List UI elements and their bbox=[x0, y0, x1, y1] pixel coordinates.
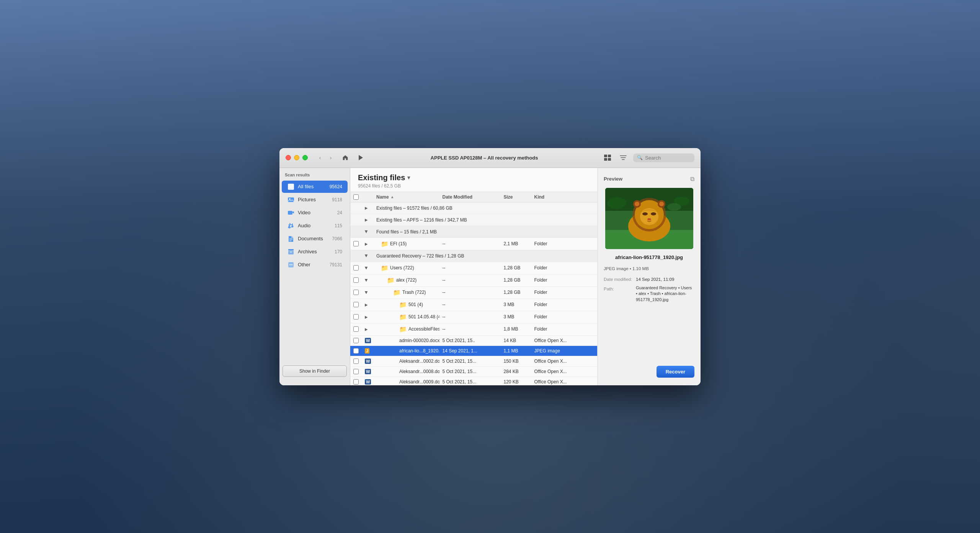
501-checkbox[interactable] bbox=[353, 302, 359, 307]
sidebar-count-audio: 115 bbox=[335, 223, 342, 228]
sidebar-item-other[interactable]: Other 79131 bbox=[282, 259, 348, 271]
table-row-efi[interactable]: ▶ 📁 EFI (15) -- 2,1 MB Folder bbox=[350, 238, 597, 250]
section-apfs-label: Existing files – APFS – 1216 files / 342… bbox=[373, 216, 597, 224]
svg-rect-19 bbox=[289, 238, 292, 239]
forward-button[interactable]: › bbox=[326, 153, 335, 162]
users-checkbox[interactable] bbox=[353, 265, 359, 271]
lion-checkbox-cell bbox=[350, 347, 362, 355]
sidebar-count-pictures: 9118 bbox=[332, 197, 342, 202]
sidebar-label-other: Other bbox=[298, 262, 327, 267]
501-2-kind-cell: Folder bbox=[531, 313, 598, 321]
maximize-button[interactable] bbox=[302, 155, 308, 160]
trash-checkbox[interactable] bbox=[353, 290, 359, 295]
minimize-button[interactable] bbox=[294, 155, 299, 160]
alex-checkbox[interactable] bbox=[353, 277, 359, 283]
table-row-aleks-0009[interactable]: W Aleksandr...0009.docx 5 Oct 2021, 15..… bbox=[350, 377, 597, 385]
pictures-icon bbox=[287, 196, 295, 204]
accessible-checkbox[interactable] bbox=[353, 326, 359, 332]
recover-button[interactable]: Recover bbox=[657, 366, 694, 378]
search-input[interactable] bbox=[645, 155, 691, 161]
501-expand-cell: ▶ bbox=[362, 302, 373, 308]
play-button[interactable] bbox=[355, 152, 366, 163]
501-chevron-icon: ▶ bbox=[365, 303, 368, 307]
501-2-date-cell: -- bbox=[439, 313, 501, 321]
aleks-0009-checkbox[interactable] bbox=[353, 379, 359, 385]
admin-checkbox[interactable] bbox=[353, 338, 359, 343]
users-date-cell: -- bbox=[439, 264, 501, 272]
sort-arrow: ▲ bbox=[390, 195, 394, 199]
aleks-0009-icon-cell: W bbox=[362, 378, 373, 385]
view-toggle-button[interactable] bbox=[603, 152, 613, 163]
table-header: Name ▲ Date Modified Size Kind bbox=[350, 192, 597, 202]
aleks-0008-checkbox[interactable] bbox=[353, 369, 359, 374]
aleks-0002-checkbox[interactable] bbox=[353, 359, 359, 364]
filter-button[interactable] bbox=[618, 152, 629, 163]
lion-size-cell: 1,1 MB bbox=[501, 347, 531, 355]
aleks-0002-size-cell: 150 KB bbox=[501, 357, 531, 365]
sidebar-item-all-files[interactable]: All files 95624 bbox=[282, 181, 348, 193]
accessible-checkbox-cell bbox=[350, 325, 362, 333]
501-date-cell: -- bbox=[439, 301, 501, 308]
sidebar-item-documents[interactable]: Documents 7066 bbox=[282, 233, 348, 245]
501-folder-icon: 📁 bbox=[399, 301, 407, 308]
table-row-501[interactable]: ▶ 📁 501 (4) -- 3 MB Folder bbox=[350, 299, 597, 311]
preview-title-label: Preview bbox=[604, 176, 622, 182]
501-checkbox-cell bbox=[350, 301, 362, 308]
501-name-cell: 📁 501 (4) bbox=[373, 300, 439, 310]
existing-files-title: Existing files bbox=[358, 173, 405, 182]
table-row-accessible[interactable]: ▶ 📁 AccessibleFiles (3) -- 1,8 MB Folder bbox=[350, 323, 597, 336]
section-existing-files[interactable]: ▶ Existing files – 91572 files / 60,86 G… bbox=[350, 202, 597, 214]
back-button[interactable]: ‹ bbox=[315, 153, 325, 162]
alex-size-cell: 1,28 GB bbox=[501, 276, 531, 284]
aleks-0002-name-cell: Aleksandr...0002.docx bbox=[373, 357, 439, 365]
section-found-files[interactable]: ▶ Found files – 15 files / 2,1 MB bbox=[350, 226, 597, 238]
app-window: ‹ › APPLE SSD AP0128M – All recovery met… bbox=[279, 148, 701, 385]
close-button[interactable] bbox=[286, 155, 291, 160]
efi-checkbox[interactable] bbox=[353, 241, 359, 246]
section-apfs-checkbox bbox=[350, 219, 362, 221]
preview-panel: Preview ⧉ bbox=[597, 168, 701, 385]
lion-checkbox[interactable] bbox=[353, 348, 359, 354]
table-row-admin-docx[interactable]: W admin-000020.docx 5 Oct 2021, 15.. 14 … bbox=[350, 336, 597, 346]
svg-point-39 bbox=[647, 218, 651, 220]
table-row-alex[interactable]: ▶ 📁 alex (722) -- 1,28 GB Folder bbox=[350, 274, 597, 287]
col-size[interactable]: Size bbox=[501, 194, 531, 200]
preview-meta: JPEG image • 1.10 MB Date modified: 14 S… bbox=[604, 265, 694, 303]
title-dropdown-arrow[interactable]: ▾ bbox=[407, 174, 410, 181]
lion-date-cell: 14 Sep 2021, 1... bbox=[439, 347, 501, 355]
section-existing-files-apfs[interactable]: ▶ Existing files – APFS – 1216 files / 3… bbox=[350, 214, 597, 226]
table-row-aleks-0002[interactable]: W Aleksandr...0002.docx 5 Oct 2021, 15..… bbox=[350, 356, 597, 367]
file-browser: Existing files ▾ 95624 files / 62,5 GB N… bbox=[350, 168, 597, 385]
sidebar-item-video[interactable]: Video 24 bbox=[282, 207, 348, 219]
sidebar-item-pictures[interactable]: Pictures 9118 bbox=[282, 194, 348, 206]
col-kind[interactable]: Kind bbox=[531, 194, 598, 200]
admin-kind-cell: Office Open X... bbox=[531, 337, 598, 344]
aleks-0008-kind-cell: Office Open X... bbox=[531, 368, 598, 375]
section-guaranteed-recovery[interactable]: ▶ Guaranteed Recovery – 722 files / 1,28… bbox=[350, 250, 597, 262]
preview-meta-type-row: JPEG image • 1.10 MB bbox=[604, 265, 694, 273]
home-button[interactable] bbox=[340, 152, 351, 163]
col-name[interactable]: Name ▲ bbox=[373, 194, 439, 200]
table-row-aleks-0008[interactable]: W Aleksandr...0008.docx 5 Oct 2021, 15..… bbox=[350, 367, 597, 377]
501-2-checkbox[interactable] bbox=[353, 314, 359, 319]
search-box[interactable]: 🔍 bbox=[633, 153, 694, 162]
svg-rect-3 bbox=[608, 158, 611, 161]
copy-preview-button[interactable]: ⧉ bbox=[690, 176, 694, 183]
sidebar-item-audio[interactable]: Audio 115 bbox=[282, 220, 348, 232]
col-date[interactable]: Date Modified bbox=[439, 194, 501, 200]
sidebar-label-archives: Archives bbox=[298, 249, 332, 254]
501-size-cell: 3 MB bbox=[501, 301, 531, 308]
alex-chevron-icon: ▶ bbox=[364, 279, 369, 282]
table-row-lion-jpg[interactable]: J african-lio...8_1920.jpg 14 Sep 2021, … bbox=[350, 346, 597, 356]
efi-checkbox-cell bbox=[350, 240, 362, 248]
table-row-501-2[interactable]: ▶ 📁 501 14.05.48 (4) -- 3 MB Folder bbox=[350, 311, 597, 323]
table-row-users[interactable]: ▶ 📁 Users (722) -- 1,28 GB Folder bbox=[350, 262, 597, 274]
show-in-finder-button[interactable]: Show in Finder bbox=[283, 365, 347, 377]
sidebar-item-archives[interactable]: Archives 170 bbox=[282, 246, 348, 258]
table-row-trash[interactable]: ▶ 📁 Trash (722) -- 1,28 GB Folder bbox=[350, 287, 597, 299]
section-label: Existing files – 91572 files / 60,86 GB bbox=[373, 204, 597, 212]
alex-checkbox-cell bbox=[350, 276, 362, 284]
svg-point-43 bbox=[659, 202, 664, 206]
select-all-checkbox[interactable] bbox=[353, 194, 359, 200]
sidebar: Scan results All files 95624 bbox=[279, 168, 350, 385]
